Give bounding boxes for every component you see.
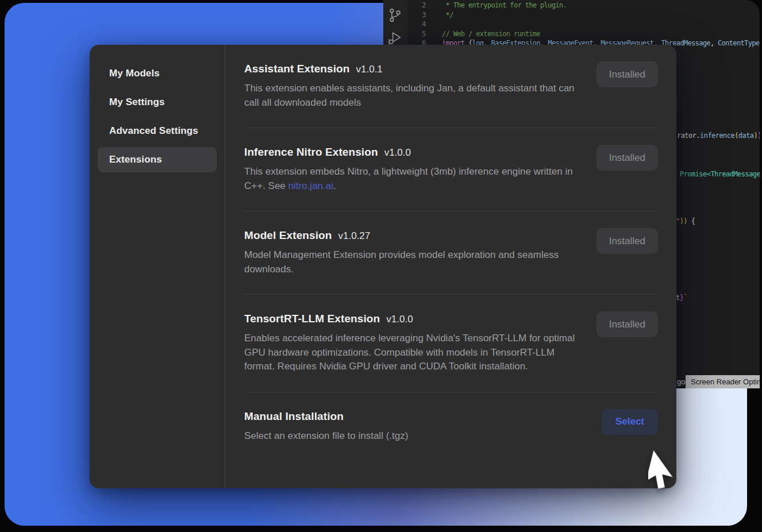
extension-section: Model Extension v1.0.27 Model Management… — [244, 211, 658, 294]
code-fragment: ")) { — [676, 217, 695, 225]
extension-name: Inference Nitro Extension — [244, 146, 378, 159]
screen-reader-optimized-chip[interactable]: Screen Reader Optimized — [686, 375, 760, 388]
sidebar-item-advanced-settings[interactable]: Advanced Settings — [98, 118, 217, 144]
installed-button[interactable]: Installed — [596, 311, 658, 337]
extension-name: Manual Installation — [244, 410, 344, 423]
select-extension-file-button[interactable]: Select — [602, 409, 658, 435]
sidebar-item-my-models[interactable]: My Models — [98, 61, 217, 86]
extension-version: v1.0.0 — [386, 314, 413, 325]
sidebar-item-label: My Models — [109, 68, 160, 79]
settings-sidebar: My Models My Settings Advanced Settings … — [90, 45, 225, 488]
extension-description: This extension embeds Nitro, a lightweig… — [244, 165, 578, 193]
code-line: 5// Web / extension runtime — [407, 29, 760, 39]
mouse-cursor-icon — [648, 446, 683, 489]
extension-name: Assistant Extension — [244, 63, 350, 75]
settings-modal: My Models My Settings Advanced Settings … — [90, 45, 676, 488]
code-lines: 2 * The entrypoint for the plugin.3 */45… — [407, 1, 760, 48]
extension-version: v1.0.0 — [384, 147, 411, 159]
installed-button[interactable]: Installed — [596, 61, 658, 87]
installed-button[interactable]: Installed — [596, 228, 658, 254]
extension-version: v1.0.1 — [356, 64, 383, 75]
code-fragment: Promise<ThreadMessage> — [680, 170, 760, 178]
extension-name: Model Extension — [244, 229, 332, 242]
extension-section: TensortRT-LLM Extension v1.0.0 Enables a… — [244, 295, 658, 392]
code-fragment: rator.inference(data)); — [677, 132, 760, 140]
extension-description: Enables accelerated inference leveraging… — [244, 331, 578, 374]
installed-button[interactable]: Installed — [596, 145, 658, 171]
extension-section: Manual Installation Select an extension … — [244, 392, 658, 459]
code-line: 2 * The entrypoint for the plugin. — [407, 1, 760, 10]
extensions-panel: Assistant Extension v1.0.1 This extensio… — [225, 45, 676, 488]
code-line: 4 — [407, 20, 760, 29]
extension-section: Assistant Extension v1.0.1 This extensio… — [244, 45, 658, 128]
extension-description: Model Management Extension provides mode… — [244, 248, 578, 276]
nitro-jan-ai-link[interactable]: nitro.jan.ai — [288, 180, 333, 191]
sidebar-item-label: Extensions — [109, 154, 162, 165]
extension-version: v1.0.27 — [338, 230, 370, 242]
sidebar-item-label: My Settings — [109, 97, 165, 108]
extension-name: TensortRT-LLM Extension — [244, 313, 380, 325]
extension-description: This extension enables assistants, inclu… — [244, 82, 578, 110]
sidebar-item-label: Advanced Settings — [109, 125, 198, 137]
code-line: 3 */ — [407, 10, 760, 20]
extension-section: Inference Nitro Extension v1.0.0 This ex… — [244, 128, 658, 211]
sidebar-item-my-settings[interactable]: My Settings — [98, 90, 217, 115]
sidebar-item-extensions[interactable]: Extensions — [98, 147, 217, 172]
source-control-icon[interactable] — [387, 7, 403, 25]
code-fragment: t}` — [676, 294, 687, 302]
extension-description: Select an extension file to install (.tg… — [244, 429, 408, 444]
